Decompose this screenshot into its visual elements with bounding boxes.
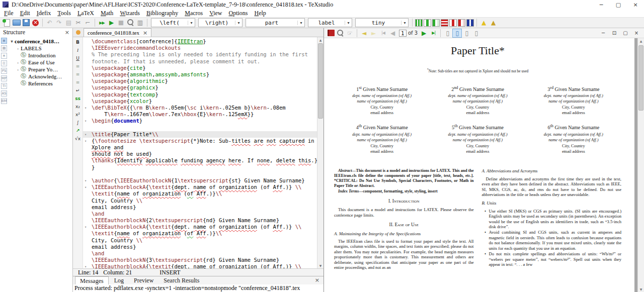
close-button[interactable]: × xyxy=(627,2,644,8)
tikz-panel-icon[interactable]: TI xyxy=(1,83,7,89)
sqrt-icon[interactable]: √x xyxy=(74,135,82,142)
close-file-icon[interactable] xyxy=(31,18,40,27)
pstricks-panel-icon[interactable]: PS xyxy=(1,68,7,74)
menu-wizards[interactable]: Wizards xyxy=(120,10,140,17)
new-file-icon[interactable] xyxy=(2,18,12,27)
structure-panel-icon[interactable]: ≡ xyxy=(1,38,7,44)
pdf-scroll-down-icon[interactable]: ▼ xyxy=(638,286,644,292)
underline-icon[interactable]: U xyxy=(74,55,82,62)
messages-tab-messages[interactable]: Messages xyxy=(75,276,109,284)
code-editor[interactable]: \documentclass[conference]{IEEEtran}\IEE… xyxy=(83,37,317,268)
chevron-down-icon[interactable]: ▾ xyxy=(401,21,408,25)
pdf-scroll-tool-icon[interactable]: ▯ xyxy=(443,29,452,38)
structure-item-introduction[interactable]: ⓈIntroduction xyxy=(8,52,72,59)
asymptote-panel-icon[interactable]: AS xyxy=(1,90,7,96)
menu-options[interactable]: Options xyxy=(229,10,248,17)
messages-tab-search-results[interactable]: Search Results xyxy=(159,276,204,284)
expand-arrow-icon[interactable]: › xyxy=(15,46,21,51)
structure-item-references[interactable]: ⓈReferences xyxy=(8,80,72,87)
metapost-panel-icon[interactable]: MP xyxy=(1,75,7,81)
pdf-page-number-input[interactable]: 1 xyxy=(399,30,407,37)
italic-icon[interactable]: I xyxy=(74,47,82,54)
insert-table-icon[interactable] xyxy=(415,19,423,27)
view-log-icon[interactable]: ▥ xyxy=(135,18,145,27)
bibtex-panel-icon[interactable]: BM xyxy=(1,98,7,104)
messages-close-icon[interactable]: × xyxy=(315,277,319,283)
sectioning-dropdown[interactable]: part▾ xyxy=(246,18,305,27)
pdf-two-page-icon[interactable]: ▯ xyxy=(471,29,481,38)
fontsize-dropdown[interactable]: tiny▾ xyxy=(355,18,409,27)
pdf-prev-page-icon[interactable]: ◀ xyxy=(388,29,397,38)
compile-icon[interactable]: ▶ xyxy=(107,18,116,27)
cut-icon[interactable]: ✂ xyxy=(73,18,83,27)
pdf-scrollbar[interactable]: ▲ ▼ xyxy=(637,38,644,292)
copy-icon[interactable]: ▤ xyxy=(64,18,73,27)
menu-idefix[interactable]: Idefix xyxy=(37,10,51,17)
structure-item-conference[interactable]: ▾conference_0418… xyxy=(8,38,72,45)
build-and-view-icon[interactable]: ▶▶ xyxy=(97,18,107,27)
expand-arrow-icon[interactable]: › xyxy=(15,67,21,72)
menu-help[interactable]: Help xyxy=(255,10,266,17)
menu-edit[interactable]: Edit xyxy=(20,10,30,17)
add-column-right-icon[interactable] xyxy=(432,19,440,27)
minimize-button[interactable]: ─ xyxy=(593,2,610,8)
messages-tab-log[interactable]: Log xyxy=(110,276,128,284)
align-columns-icon[interactable] xyxy=(466,19,474,27)
chevron-down-icon[interactable]: ▾ xyxy=(235,21,242,25)
tab-close-icon[interactable]: × xyxy=(143,30,147,36)
pdf-dock-icon[interactable]: ─ xyxy=(598,29,609,38)
pdf-document-icon[interactable] xyxy=(326,29,336,38)
bookmarks-panel-icon[interactable]: ▤ xyxy=(1,45,7,51)
menu-view[interactable]: View xyxy=(209,10,222,17)
superscript-icon[interactable]: x² xyxy=(74,111,82,118)
menu-macros[interactable]: Macros xyxy=(185,10,203,17)
align-left-icon[interactable]: ≡ xyxy=(74,63,82,70)
pdf-single-page-icon[interactable]: ▯ xyxy=(452,29,462,38)
integral-icon[interactable]: ∫ xyxy=(74,119,82,126)
smallcaps-icon[interactable]: ss xyxy=(74,95,82,102)
pdf-hand-tool-icon[interactable]: ☞ xyxy=(345,29,355,38)
menu-bibliography[interactable]: Bibliography xyxy=(146,10,178,17)
structure-item-ease-of-use[interactable]: ›ⓈEase of Use xyxy=(8,59,72,66)
add-column-icon[interactable] xyxy=(424,19,431,27)
chevron-down-icon[interactable]: ▾ xyxy=(188,21,195,25)
pdf-scroll-up-icon[interactable]: ▲ xyxy=(638,38,644,44)
menu-file[interactable]: File xyxy=(4,10,14,17)
remove-row-icon[interactable] xyxy=(441,19,448,27)
left-delimiter-dropdown[interactable]: \left(▾ xyxy=(151,18,195,27)
open-file-icon[interactable] xyxy=(12,18,21,27)
bookmark-dot-icon[interactable] xyxy=(76,30,80,35)
pdf-jump-back-icon[interactable]: ◄ xyxy=(359,29,369,38)
pdf-first-page-icon[interactable]: |◀ xyxy=(378,29,388,38)
pdf-scrollbar-thumb[interactable] xyxy=(638,45,643,111)
symbols-panel-icon[interactable]: ∗ xyxy=(1,53,7,59)
pdf-restore-icon[interactable]: ⊡ xyxy=(609,29,620,38)
pdf-maximize-icon[interactable]: ▢ xyxy=(620,29,631,38)
linebreak-icon[interactable]: ↵ xyxy=(74,87,82,94)
chevron-down-icon[interactable]: ▾ xyxy=(345,21,352,25)
expand-arrow-icon[interactable]: › xyxy=(15,60,21,65)
view-pdf-icon[interactable] xyxy=(126,18,135,27)
redo-icon[interactable]: ↷ xyxy=(54,18,64,27)
expand-arrow-icon[interactable]: ▾ xyxy=(9,39,15,44)
menu-math[interactable]: Math xyxy=(101,10,113,17)
stop-icon[interactable]: ■ xyxy=(116,18,126,27)
fold-marker-icon[interactable]: ▾ xyxy=(85,264,87,268)
remove-column-icon[interactable] xyxy=(449,19,457,27)
brackets-panel-icon[interactable]: (( xyxy=(1,60,7,66)
editor-scrollbar[interactable]: ▲ ▼ xyxy=(317,37,324,268)
scrollbar-thumb[interactable] xyxy=(318,43,323,119)
paste-icon[interactable]: ⌐ xyxy=(83,18,93,27)
structure-item-labels[interactable]: ›LABELS xyxy=(8,45,72,52)
pdf-last-page-icon[interactable]: ▶| xyxy=(429,29,438,38)
scroll-down-icon[interactable]: ▼ xyxy=(317,263,324,268)
maximize-button[interactable]: ▢ xyxy=(610,2,627,8)
label-dropdown[interactable]: label▾ xyxy=(308,18,352,27)
messages-tab-preview[interactable]: Preview xyxy=(129,276,158,284)
pdf-close-icon[interactable]: × xyxy=(631,29,642,38)
next-warning-icon[interactable]: ▲ xyxy=(489,18,498,27)
menu-latex[interactable]: LaTeX xyxy=(77,10,94,17)
align-center-icon[interactable]: ≡ xyxy=(74,71,82,78)
right-delimiter-dropdown[interactable]: \right)▾ xyxy=(198,18,243,27)
save-file-icon[interactable] xyxy=(21,18,31,27)
